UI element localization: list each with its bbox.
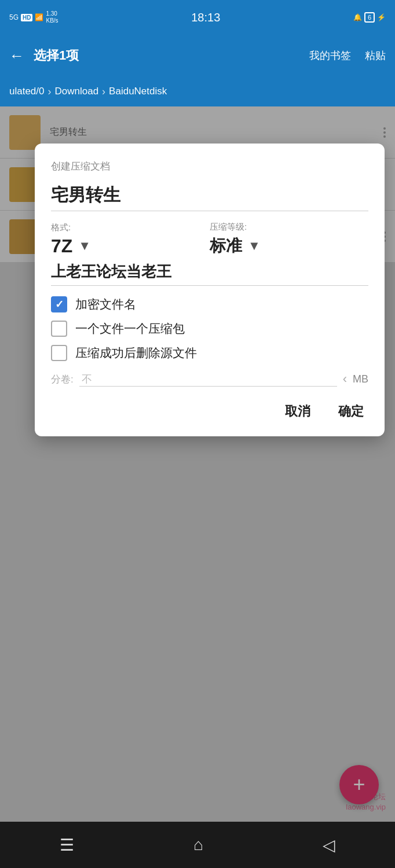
split-arrow-icon[interactable]: ‹ bbox=[343, 372, 347, 387]
password-field[interactable]: 上老王论坛当老王 bbox=[51, 262, 368, 282]
status-left: 5G HD 📶 1.30KB/s bbox=[9, 10, 58, 24]
bolt-icon: ⚡ bbox=[377, 13, 386, 21]
filename-separator bbox=[51, 211, 368, 211]
status-right: 🔔 6 ⚡ bbox=[353, 12, 386, 23]
format-label: 格式: bbox=[51, 222, 210, 233]
compression-label: 压缩等级: bbox=[210, 222, 368, 233]
status-bar: 5G HD 📶 1.30KB/s 18:13 🔔 6 ⚡ bbox=[0, 0, 395, 35]
back-button[interactable]: ← bbox=[9, 47, 24, 65]
nav-actions: 我的书签 粘贴 bbox=[309, 49, 386, 62]
hd-badge: HD bbox=[21, 14, 32, 21]
compression-value: 标准 bbox=[210, 235, 242, 257]
one-file-one-archive-label: 一个文件一个压缩包 bbox=[75, 321, 185, 337]
split-label: 分卷: bbox=[51, 373, 74, 386]
encrypt-filename-checkbox[interactable]: ✓ bbox=[51, 296, 67, 312]
checkmark-icon: ✓ bbox=[55, 299, 64, 310]
breadcrumb-path3[interactable]: BaiduNetdisk bbox=[109, 86, 167, 97]
create-archive-dialog: 创建压缩文档 宅男转生 格式: 7Z ▼ 压缩等级: 标准 ▼ 上老王论坛当老王… bbox=[35, 144, 385, 436]
wifi-icon: 📶 bbox=[35, 13, 43, 21]
split-input[interactable] bbox=[79, 372, 337, 387]
cancel-button[interactable]: 取消 bbox=[280, 400, 315, 422]
format-value: 7Z bbox=[51, 236, 72, 257]
password-separator bbox=[51, 285, 368, 286]
bottom-back-icon[interactable]: ◁ bbox=[323, 836, 335, 855]
delete-source-checkbox[interactable] bbox=[51, 345, 67, 361]
encrypt-filename-label: 加密文件名 bbox=[75, 296, 136, 312]
paste-button[interactable]: 粘贴 bbox=[365, 49, 386, 62]
breadcrumb: ulated/0 › Download › BaiduNetdisk bbox=[0, 76, 395, 106]
compression-group: 压缩等级: 标准 ▼ bbox=[210, 222, 368, 257]
bookmark-button[interactable]: 我的书签 bbox=[309, 49, 351, 62]
breadcrumb-path2[interactable]: Download bbox=[55, 86, 99, 97]
compression-select[interactable]: 标准 ▼ bbox=[210, 235, 368, 257]
status-time: 18:13 bbox=[191, 11, 220, 24]
confirm-button[interactable]: 确定 bbox=[334, 400, 368, 422]
dialog-buttons: 取消 确定 bbox=[51, 400, 368, 422]
bottom-nav: ☰ ⌂ ◁ bbox=[0, 822, 395, 868]
nav-bar: ← 选择1项 我的书签 粘贴 bbox=[0, 35, 395, 76]
delete-source-label: 压缩成功后删除源文件 bbox=[75, 345, 197, 361]
split-unit-label: MB bbox=[353, 373, 368, 385]
delete-source-row: 压缩成功后删除源文件 bbox=[51, 345, 368, 361]
mute-icon: 🔔 bbox=[353, 13, 362, 21]
archive-filename[interactable]: 宅男转生 bbox=[51, 183, 368, 207]
breadcrumb-path1[interactable]: ulated/0 bbox=[9, 86, 45, 97]
encrypt-filename-row: ✓ 加密文件名 bbox=[51, 296, 368, 312]
battery-icon: 6 bbox=[364, 12, 375, 23]
format-dropdown-arrow: ▼ bbox=[78, 238, 91, 253]
one-file-one-archive-checkbox[interactable] bbox=[51, 321, 67, 337]
one-file-one-archive-row: 一个文件一个压缩包 bbox=[51, 321, 368, 337]
nav-title: 选择1项 bbox=[34, 47, 300, 64]
bottom-home-icon[interactable]: ⌂ bbox=[193, 836, 203, 854]
breadcrumb-sep1: › bbox=[48, 86, 52, 98]
format-group: 格式: 7Z ▼ bbox=[51, 222, 210, 257]
signal-icon: 5G bbox=[9, 13, 19, 21]
speed-indicator: 1.30KB/s bbox=[46, 10, 58, 24]
format-row: 格式: 7Z ▼ 压缩等级: 标准 ▼ bbox=[51, 222, 368, 257]
dialog-title: 创建压缩文档 bbox=[51, 160, 368, 173]
format-select[interactable]: 7Z ▼ bbox=[51, 236, 210, 257]
bottom-menu-icon[interactable]: ☰ bbox=[60, 836, 74, 855]
compression-dropdown-arrow: ▼ bbox=[248, 238, 261, 253]
breadcrumb-sep2: › bbox=[102, 86, 105, 98]
split-volume-row: 分卷: ‹ MB bbox=[51, 372, 368, 387]
